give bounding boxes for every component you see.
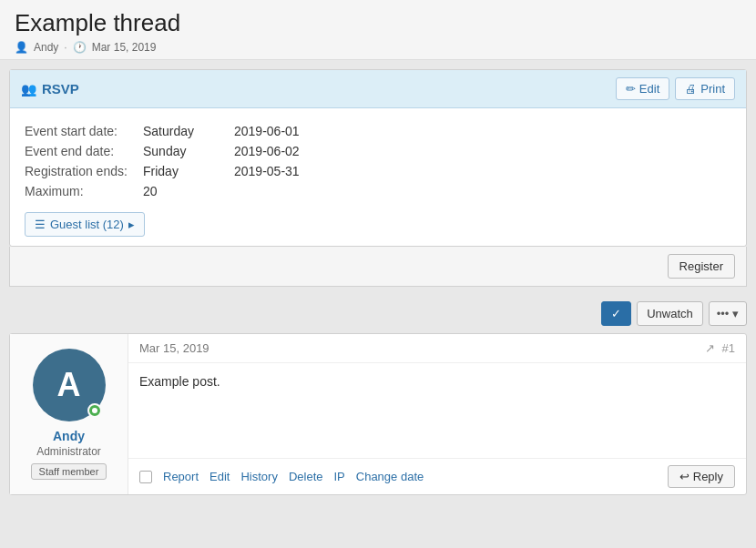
post-number: #1 (722, 341, 735, 355)
field-date: 2019-06-02 (234, 141, 309, 161)
avatar: A (33, 349, 106, 421)
change-date-link[interactable]: Change date (356, 470, 424, 483)
post-meta-bar: Mar 15, 2019 ↗ #1 (128, 334, 746, 363)
rsvp-fields-table: Event start date: Saturday 2019-06-01 Ev… (25, 121, 309, 201)
watch-check-button[interactable]: ✓ (601, 301, 631, 326)
field-label: Event start date: (25, 121, 143, 141)
report-link[interactable]: Report (163, 470, 199, 483)
field-value: 20 (143, 181, 234, 201)
field-label: Event end date: (25, 141, 143, 161)
field-day: Friday (143, 161, 234, 181)
post-footer: Report Edit History Delete IP Change dat… (128, 458, 746, 494)
table-row: Event start date: Saturday 2019-06-01 (25, 121, 309, 141)
check-icon: ✓ (611, 307, 621, 320)
chevron-down-icon: ▾ (732, 307, 739, 320)
share-icon[interactable]: ↗ (705, 341, 715, 355)
users-icon (21, 81, 36, 96)
unwatch-button[interactable]: Unwatch (637, 301, 703, 326)
print-button[interactable]: 🖨 Print (675, 77, 735, 100)
field-day: Sunday (143, 141, 234, 161)
staff-badge: Staff member (31, 463, 107, 480)
author-name: Andy (53, 429, 85, 443)
clock-icon: 🕐 (73, 41, 87, 54)
author-icon: 👤 (15, 41, 28, 54)
table-row: Event end date: Sunday 2019-06-02 (25, 141, 309, 161)
print-icon: 🖨 (685, 82, 697, 96)
edit-post-link[interactable]: Edit (209, 470, 230, 483)
post-footer-left: Report Edit History Delete IP Change dat… (139, 470, 424, 483)
rsvp-body: Event start date: Saturday 2019-06-01 Ev… (10, 108, 746, 246)
register-row: Register (9, 247, 747, 287)
page-title: Example thread (15, 9, 741, 37)
register-button[interactable]: Register (668, 254, 735, 279)
rsvp-title-text: RSVP (42, 81, 79, 96)
meta-author: Andy (34, 41, 58, 54)
post-content: Mar 15, 2019 ↗ #1 Example post. Report E… (128, 334, 746, 494)
ip-link[interactable]: IP (333, 470, 344, 483)
field-date: 2019-05-31 (234, 161, 309, 181)
post-meta-right: ↗ #1 (705, 341, 735, 355)
dots-icon: ••• (717, 307, 730, 320)
field-day: Saturday (143, 121, 234, 141)
reply-icon: ↩ (679, 470, 690, 483)
edit-button[interactable]: ✏ Edit (616, 77, 669, 100)
post-body: Example post. (128, 363, 746, 458)
delete-link[interactable]: Delete (289, 470, 323, 483)
reply-button[interactable]: ↩ Reply (668, 465, 735, 488)
meta-sep1: · (64, 41, 66, 54)
page-meta: 👤 Andy · 🕐 Mar 15, 2019 (15, 41, 741, 54)
rsvp-header: RSVP ✏ Edit 🖨 Print (10, 70, 746, 108)
post-container: A Andy Administrator Staff member Mar 15… (9, 333, 747, 495)
more-button[interactable]: ••• ▾ (709, 301, 747, 326)
field-label: Maximum: (25, 181, 143, 201)
guest-list-button[interactable]: ☰ Guest list (12) ▸ (25, 212, 145, 237)
history-link[interactable]: History (240, 470, 277, 483)
field-date: 2019-06-01 (234, 121, 309, 141)
field-label: Registration ends: (25, 161, 143, 181)
chevron-icon: ▸ (128, 218, 135, 231)
list-icon: ☰ (35, 218, 46, 231)
rsvp-actions: ✏ Edit 🖨 Print (616, 77, 735, 100)
rsvp-title: RSVP (21, 81, 79, 96)
post-date: Mar 15, 2019 (139, 341, 209, 355)
post-author-panel: A Andy Administrator Staff member (10, 334, 128, 494)
meta-date: Mar 15, 2019 (92, 41, 157, 54)
post-select-checkbox[interactable] (139, 471, 152, 483)
page-header: Example thread 👤 Andy · 🕐 Mar 15, 2019 (0, 0, 756, 60)
rsvp-section: RSVP ✏ Edit 🖨 Print Event start date: Sa… (9, 69, 747, 247)
edit-icon: ✏ (626, 82, 636, 96)
author-role: Administrator (36, 445, 101, 458)
table-row: Maximum: 20 (25, 181, 309, 201)
thread-actions-bar: ✓ Unwatch ••• ▾ (0, 294, 756, 333)
online-badge (87, 403, 102, 418)
table-row: Registration ends: Friday 2019-05-31 (25, 161, 309, 181)
